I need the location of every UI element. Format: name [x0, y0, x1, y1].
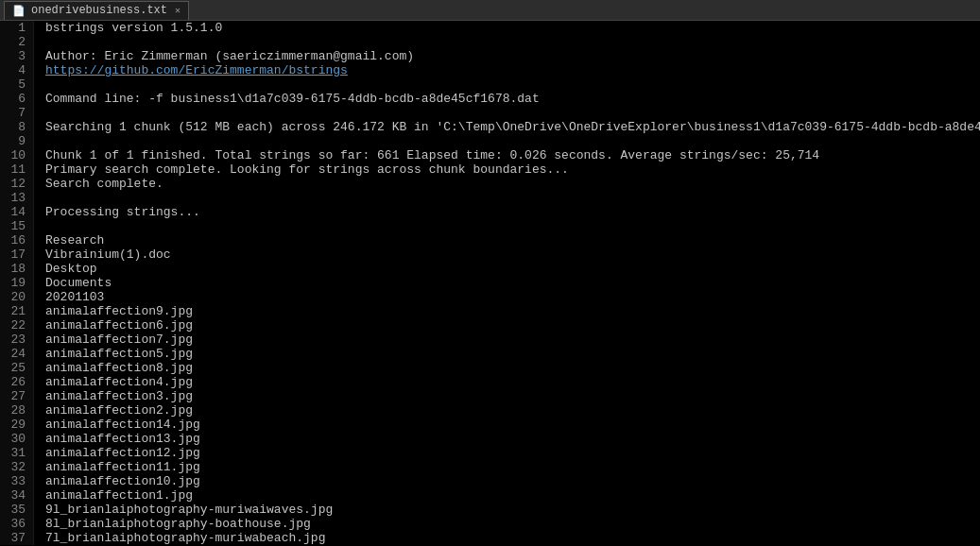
line-number: 31 — [0, 446, 34, 460]
table-row: 23animalaffection7.jpg — [0, 333, 980, 347]
line-number: 1 — [0, 21, 34, 35]
file-icon: 📄 — [12, 5, 26, 17]
line-number: 9 — [0, 134, 34, 148]
line-number: 20 — [0, 290, 34, 304]
table-row: 27animalaffection3.jpg — [0, 389, 980, 403]
table-row: 10Chunk 1 of 1 finished. Total strings s… — [0, 148, 980, 162]
table-row: 22animalaffection6.jpg — [0, 318, 980, 333]
line-number: 15 — [0, 219, 34, 233]
table-row: 4https://github.com/EricZimmerman/bstrin… — [0, 63, 980, 77]
line-number: 25 — [0, 361, 34, 375]
line-number: 30 — [0, 432, 34, 446]
line-content — [34, 191, 980, 205]
table-row: 29animalaffection14.jpg — [0, 418, 980, 432]
line-content: animalaffection2.jpg — [34, 403, 980, 418]
line-content: animalaffection13.jpg — [34, 432, 980, 446]
table-row: 25animalaffection8.jpg — [0, 361, 980, 375]
line-content: Documents — [34, 276, 980, 290]
line-number: 35 — [0, 503, 34, 517]
line-number: 36 — [0, 517, 34, 531]
table-row: 14Processing strings... — [0, 205, 980, 219]
table-row: 19Documents — [0, 276, 980, 290]
line-content: Author: Eric Zimmerman (saericzimmerman@… — [34, 49, 980, 63]
text-content-area[interactable]: 1bstrings version 1.5.1.02 3Author: Eric… — [0, 21, 980, 546]
table-row: 12Search complete. — [0, 177, 980, 191]
line-number: 17 — [0, 247, 34, 262]
line-content: https://github.com/EricZimmerman/bstring… — [34, 63, 980, 77]
table-row: 33animalaffection10.jpg — [0, 474, 980, 488]
line-number: 27 — [0, 389, 34, 403]
line-number: 26 — [0, 375, 34, 389]
table-row: 8Searching 1 chunk (512 MB each) across … — [0, 120, 980, 134]
line-content: Vibrainium(1).doc — [34, 247, 980, 262]
line-content: Processing strings... — [34, 205, 980, 219]
line-number: 29 — [0, 418, 34, 432]
table-row: 31animalaffection12.jpg — [0, 446, 980, 460]
table-row: 368l_brianlaiphotography-boathouse.jpg — [0, 517, 980, 531]
line-content: animalaffection3.jpg — [34, 389, 980, 403]
table-row: 34animalaffection1.jpg — [0, 488, 980, 503]
table-row: 16Research — [0, 233, 980, 247]
line-content: animalaffection6.jpg — [34, 318, 980, 333]
line-content: animalaffection4.jpg — [34, 375, 980, 389]
table-row: 21animalaffection9.jpg — [0, 304, 980, 318]
line-number: 13 — [0, 191, 34, 205]
table-row: 377l_brianlaiphotography-muriwabeach.jpg — [0, 531, 980, 545]
file-tab[interactable]: 📄 onedrivebusiness.txt ✕ — [4, 1, 189, 20]
line-number: 8 — [0, 120, 34, 134]
line-content: Primary search complete. Looking for str… — [34, 162, 980, 177]
line-number: 18 — [0, 262, 34, 276]
table-row: 15 — [0, 219, 980, 233]
line-content: Searching 1 chunk (512 MB each) across 2… — [34, 120, 980, 134]
line-content: 20201103 — [34, 290, 980, 304]
line-content — [34, 134, 980, 148]
line-content — [34, 35, 980, 49]
line-number: 4 — [0, 63, 34, 77]
line-number: 14 — [0, 205, 34, 219]
table-row: 28animalaffection2.jpg — [0, 403, 980, 418]
line-number: 7 — [0, 106, 34, 120]
tab-label: onedrivebusiness.txt — [31, 4, 167, 17]
line-number: 21 — [0, 304, 34, 318]
line-number: 5 — [0, 77, 34, 92]
table-row: 17Vibrainium(1).doc — [0, 247, 980, 262]
line-content — [34, 106, 980, 120]
table-row: 18Desktop — [0, 262, 980, 276]
line-content: 7l_brianlaiphotography-muriwabeach.jpg — [34, 531, 980, 545]
line-content: 9l_brianlaiphotography-muriwaiwaves.jpg — [34, 503, 980, 517]
tab-close-button[interactable]: ✕ — [175, 5, 181, 16]
line-number: 2 — [0, 35, 34, 49]
line-number: 33 — [0, 474, 34, 488]
table-row: 3Author: Eric Zimmerman (saericzimmerman… — [0, 49, 980, 63]
line-number: 19 — [0, 276, 34, 290]
line-number: 24 — [0, 347, 34, 361]
line-content: Research — [34, 233, 980, 247]
line-content: animalaffection9.jpg — [34, 304, 980, 318]
table-row: 1bstrings version 1.5.1.0 — [0, 21, 980, 35]
table-row: 32animalaffection11.jpg — [0, 460, 980, 474]
line-number: 23 — [0, 333, 34, 347]
line-number: 3 — [0, 49, 34, 63]
line-number: 22 — [0, 318, 34, 333]
line-content: 8l_brianlaiphotography-boathouse.jpg — [34, 517, 980, 531]
line-number: 12 — [0, 177, 34, 191]
table-row: 359l_brianlaiphotography-muriwaiwaves.jp… — [0, 503, 980, 517]
table-row: 6Command line: -f business1\d1a7c039-617… — [0, 92, 980, 106]
line-number: 16 — [0, 233, 34, 247]
table-row: 7 — [0, 106, 980, 120]
line-content: animalaffection7.jpg — [34, 333, 980, 347]
line-number: 10 — [0, 148, 34, 162]
table-row: 11Primary search complete. Looking for s… — [0, 162, 980, 177]
line-number: 37 — [0, 531, 34, 545]
line-content: Search complete. — [34, 177, 980, 191]
line-content: animalaffection11.jpg — [34, 460, 980, 474]
line-content: Desktop — [34, 262, 980, 276]
line-content: animalaffection14.jpg — [34, 418, 980, 432]
table-row: 26animalaffection4.jpg — [0, 375, 980, 389]
line-content: animalaffection1.jpg — [34, 488, 980, 503]
table-row: 9 — [0, 134, 980, 148]
line-content: bstrings version 1.5.1.0 — [34, 21, 980, 35]
line-content: animalaffection10.jpg — [34, 474, 980, 488]
line-content: animalaffection5.jpg — [34, 347, 980, 361]
table-row: 24animalaffection5.jpg — [0, 347, 980, 361]
